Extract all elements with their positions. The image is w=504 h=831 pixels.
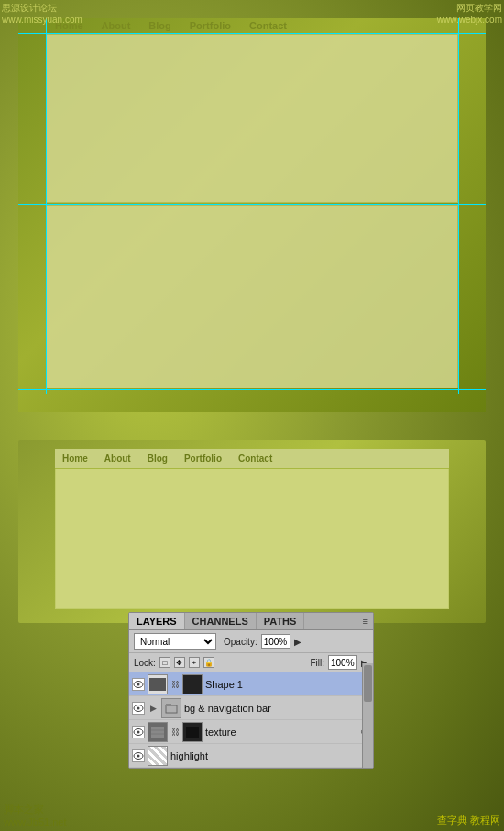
layer-link-shape1: ⛓	[170, 678, 180, 691]
scrollbar-thumb[interactable]	[364, 665, 372, 702]
layer-mask-shape1	[182, 674, 203, 694]
layers-scrollbar[interactable]	[362, 663, 373, 768]
lock-move-icon[interactable]: ✥	[174, 657, 185, 668]
layer-row-bg-nav[interactable]: ▶ bg & navigation bar	[129, 696, 373, 720]
layer-visibility-texture[interactable]	[132, 726, 145, 738]
opacity-label: Opacity:	[224, 637, 257, 647]
guide-vertical-2	[458, 18, 459, 394]
layers-blend-opacity-row: NormalDissolveMultiplyScreenOverlay Opac…	[129, 630, 373, 653]
preview-nav-portfolio[interactable]: Portfolio	[184, 454, 222, 464]
layer-expand-bg-nav[interactable]: ▶	[148, 703, 159, 714]
opacity-arrow[interactable]: ▶	[294, 637, 301, 647]
lock-pixels-icon[interactable]: □	[159, 657, 170, 668]
nav-link-portfolio[interactable]: Portfolio	[190, 20, 231, 31]
nav-link-blog[interactable]: Blog	[148, 20, 170, 31]
svg-rect-11	[186, 727, 199, 738]
watermark-bottom-left: 脚本之家 www.Jb51.net	[4, 803, 66, 827]
preview-nav-blog[interactable]: Blog	[148, 454, 168, 464]
preview-nav-contact[interactable]: Contact	[238, 454, 272, 464]
layer-thumb-texture-2	[182, 722, 203, 742]
guide-horizontal-2	[18, 204, 486, 205]
nav-link-about[interactable]: About	[102, 20, 131, 31]
fill-label: Fill:	[310, 658, 324, 668]
layer-row-highlight[interactable]: highlight	[129, 744, 373, 768]
lock-label: Lock:	[134, 658, 156, 668]
lock-all-icon[interactable]: +	[189, 657, 200, 668]
lock-lock-icon[interactable]: 🔒	[203, 657, 214, 668]
content-box-2	[46, 205, 458, 388]
preview-content	[55, 469, 449, 609]
guide-horizontal-1	[18, 33, 486, 34]
svg-point-7	[137, 730, 140, 733]
layer-visibility-shape1[interactable]	[132, 678, 145, 691]
svg-point-1	[137, 683, 140, 685]
layer-name-shape1: Shape 1	[205, 679, 370, 690]
watermark-bottom-right: 查字典 教程网	[437, 814, 500, 827]
layer-name-texture: texture	[205, 727, 355, 738]
preview-navigation: Home About Blog Portfolio Contact	[55, 449, 449, 469]
layer-visibility-bg-nav[interactable]	[132, 702, 145, 715]
layers-panel-menu[interactable]: ≡	[358, 613, 373, 629]
preview-nav-about[interactable]: About	[104, 454, 131, 464]
layer-visibility-highlight[interactable]	[132, 749, 145, 762]
svg-point-3	[137, 706, 140, 709]
guide-horizontal-3	[18, 389, 486, 390]
layer-thumb-shape1	[148, 674, 168, 694]
tab-channels[interactable]: CHANNELS	[185, 613, 257, 629]
top-navigation: Home About Blog Portfolio Contact	[46, 18, 458, 33]
blend-mode-select[interactable]: NormalDissolveMultiplyScreenOverlay	[134, 633, 216, 650]
nav-link-contact[interactable]: Contact	[249, 20, 287, 31]
layers-panel: LAYERS CHANNELS PATHS ≡ NormalDissolveMu…	[128, 612, 374, 769]
preview-nav-home[interactable]: Home	[62, 454, 88, 464]
layer-name-bg-nav: bg & navigation bar	[184, 703, 370, 714]
fill-input[interactable]	[328, 655, 357, 670]
tab-layers[interactable]: LAYERS	[129, 613, 185, 629]
watermark-top-right: 网页教学网 www.webjx.com	[437, 2, 502, 26]
layers-lock-fill-row: Lock: □ ✥ + 🔒 Fill: ▶	[129, 653, 373, 672]
svg-rect-5	[166, 704, 171, 706]
layer-row-texture[interactable]: ⛓ texture ↺	[129, 720, 373, 744]
svg-rect-4	[166, 705, 177, 713]
layers-tabs-header: LAYERS CHANNELS PATHS ≡	[129, 613, 373, 630]
svg-rect-8	[151, 727, 164, 738]
layer-name-highlight: highlight	[170, 750, 370, 761]
layer-thumb-texture-1	[148, 722, 168, 742]
layer-thumb-highlight	[148, 746, 168, 766]
layer-link-texture: ⛓	[170, 726, 180, 738]
tab-paths[interactable]: PATHS	[257, 613, 305, 629]
guide-vertical-1	[46, 18, 47, 394]
layer-row-shape1[interactable]: ⛓ Shape 1	[129, 672, 373, 696]
content-box-1	[46, 34, 458, 203]
opacity-input[interactable]	[261, 634, 290, 649]
layer-thumb-bg-nav	[161, 698, 181, 718]
svg-point-13	[137, 754, 140, 757]
watermark-top-left: 思源设计论坛 www.missyuan.com	[2, 2, 82, 26]
